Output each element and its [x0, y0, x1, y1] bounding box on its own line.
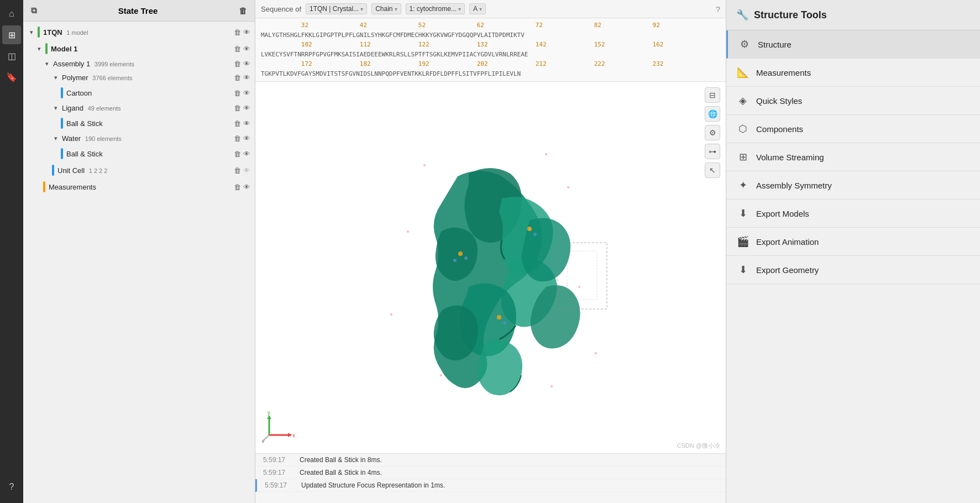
item-actions-1tqn: 🗑 👁 [234, 28, 250, 36]
chain-letter-dropdown[interactable]: A ▾ [469, 3, 486, 14]
help-circle-icon[interactable]: ? [2, 478, 21, 496]
menu-item-quick-styles[interactable]: ◈ Quick Styles [726, 87, 980, 115]
tree-item-model1[interactable]: ▾ Model 1 🗑 👁 [23, 40, 255, 57]
export-animation-icon: 🎬 [736, 235, 750, 248]
tree-item-polymer[interactable]: ▾ Polymer 3766 elements 🗑 👁 [23, 71, 255, 85]
delete-bs-water[interactable]: 🗑 [234, 150, 241, 158]
menu-item-components[interactable]: ⬡ Components [726, 115, 980, 143]
copy-icon[interactable]: ⧉ [31, 6, 37, 15]
delete-cartoon[interactable]: 🗑 [234, 89, 241, 97]
menu-item-structure[interactable]: ⚙ Structure [726, 30, 980, 59]
cursor-view-icon[interactable]: ↖ [705, 163, 720, 178]
right-panel-header: 🔧 Structure Tools [726, 0, 980, 30]
sequence-text-area: 32 42 52 62 72 82 92 MALYGTHSHGLFKKLGIPG… [255, 18, 726, 82]
collapse-water[interactable]: ▾ [52, 135, 60, 143]
sequence-help-icon[interactable]: ? [716, 4, 720, 14]
visibility-water[interactable]: 👁 [243, 134, 250, 143]
stack-layers-icon[interactable]: ⊟ [705, 87, 720, 103]
structure-label: Structure [758, 40, 792, 49]
menu-item-measurements[interactable]: 📐 Measurements [726, 59, 980, 87]
svg-point-13 [453, 259, 457, 262]
menu-item-volume-streaming[interactable]: ⊞ Volume Streaming [726, 143, 980, 171]
delete-polymer[interactable]: 🗑 [234, 74, 241, 82]
visibility-unitcell[interactable]: 👁 [243, 166, 250, 175]
sequence-of-label: Sequence of [261, 5, 301, 13]
pdb-dropdown[interactable]: 1TQN | Crystal... ▾ [306, 3, 367, 14]
visibility-polymer[interactable]: 👁 [243, 74, 250, 82]
visibility-assembly1[interactable]: 👁 [243, 60, 250, 68]
sequence-bar: Sequence of 1TQN | Crystal... ▾ Chain ▾ … [255, 0, 726, 18]
visibility-model1[interactable]: 👁 [243, 45, 250, 53]
delete-assembly1[interactable]: 🗑 [234, 60, 241, 68]
log-time-3: 5:59:17 [265, 481, 292, 489]
tree-item-cartoon[interactable]: Cartoon 🗑 👁 [23, 85, 255, 101]
svg-point-14 [527, 227, 532, 231]
svg-point-11 [458, 252, 463, 256]
state-tree-panel: ⧉ State Tree 🗑 ▾ 1TQN 1 model 🗑 👁 ▾ Mode… [23, 0, 255, 503]
menu-item-assembly-symmetry[interactable]: ✦ Assembly Symmetry [726, 171, 980, 200]
tree-item-unitcell[interactable]: Unit Cell 1 2 2 2 🗑 👁 [23, 162, 255, 179]
svg-point-0 [423, 164, 426, 166]
collapse-polymer[interactable]: ▾ [52, 74, 60, 82]
chain-letter-arrow: ▾ [479, 6, 482, 12]
svg-point-15 [533, 233, 537, 236]
menu-item-export-geometry[interactable]: ⬇ Export Geometry [726, 256, 980, 284]
chain-label-dropdown[interactable]: Chain ▾ [371, 3, 401, 14]
tree-item-measurements[interactable]: Measurements 🗑 👁 [23, 179, 255, 195]
state-tree-title: State Tree [118, 6, 158, 15]
collapse-assembly1[interactable]: ▾ [43, 60, 51, 68]
collapse-ligand[interactable]: ▾ [52, 104, 60, 112]
delete-all-icon[interactable]: 🗑 [239, 6, 247, 15]
home-icon[interactable]: ⌂ [2, 4, 21, 23]
visibility-cartoon[interactable]: 👁 [243, 89, 250, 97]
visibility-measurements[interactable]: 👁 [243, 183, 250, 191]
tree-item-ligand[interactable]: ▾ Ligand 49 elements 🗑 👁 [23, 101, 255, 115]
tree-item-ballstick-ligand[interactable]: Ball & Stick 🗑 👁 [23, 115, 255, 132]
quick-styles-label: Quick Styles [756, 96, 802, 106]
export-animation-label: Export Animation [756, 237, 819, 247]
sliders-view-icon[interactable]: ⊶ [705, 144, 720, 159]
menu-item-export-models[interactable]: ⬇ Export Models [726, 200, 980, 228]
collapse-model1[interactable]: ▾ [35, 45, 43, 53]
delete-measurements[interactable]: 🗑 [234, 183, 241, 191]
left-icon-bar: ⌂ ⊞ ◫ 🔖 ? [0, 0, 23, 503]
collapse-1tqn[interactable]: ▾ [28, 28, 35, 36]
components-icon: ⬡ [736, 123, 750, 135]
visibility-ligand[interactable]: 👁 [243, 104, 250, 112]
header-right-icons: 🗑 [239, 6, 247, 15]
delete-1tqn[interactable]: 🗑 [234, 28, 241, 36]
structure-gear-icon: ⚙ [738, 38, 751, 50]
tree-item-ballstick-water[interactable]: Ball & Stick 🗑 👁 [23, 145, 255, 162]
visibility-1tqn[interactable]: 👁 [243, 28, 250, 36]
header-left-icons: ⧉ [31, 6, 37, 15]
bookmark-icon[interactable]: 🔖 [2, 67, 21, 86]
delete-water[interactable]: 🗑 [234, 134, 241, 143]
menu-item-export-animation[interactable]: 🎬 Export Animation [726, 228, 980, 256]
tree-item-assembly1[interactable]: ▾ Assembly 1 3999 elements 🗑 👁 [23, 57, 255, 71]
grid-icon[interactable]: ⊞ [2, 25, 21, 44]
log-msg-1: Created Ball & Stick in 8ms. [300, 456, 382, 464]
layers-icon[interactable]: ◫ [2, 46, 21, 65]
visibility-bs-water[interactable]: 👁 [243, 150, 250, 158]
tree-item-water[interactable]: ▾ Water 190 elements 🗑 👁 [23, 132, 255, 145]
log-msg-3: Updated Structure Focus Representation i… [301, 481, 445, 489]
chain-value-dropdown[interactable]: 1: cytochrome... ▾ [406, 3, 465, 14]
delete-ligand[interactable]: 🗑 [234, 104, 241, 112]
delete-bs-ligand[interactable]: 🗑 [234, 119, 241, 128]
log-entry-3: 5:59:17 Updated Structure Focus Represen… [255, 479, 726, 492]
svg-text:y: y [268, 410, 270, 416]
delete-model1[interactable]: 🗑 [234, 45, 241, 53]
tree-item-1tqn[interactable]: ▾ 1TQN 1 model 🗑 👁 [23, 24, 255, 40]
visibility-bs-ligand[interactable]: 👁 [243, 119, 250, 128]
svg-point-1 [545, 153, 547, 155]
globe-view-icon[interactable]: 🌐 [705, 106, 720, 122]
svg-text:x: x [292, 432, 295, 438]
svg-point-7 [551, 385, 553, 387]
chain-label-value: Chain [375, 5, 392, 13]
export-models-icon: ⬇ [736, 207, 750, 219]
viewport-area[interactable]: ⊟ 🌐 ⚙ ⊶ ↖ x y CSDN @微小冷 [255, 82, 726, 453]
main-viewport: Sequence of 1TQN | Crystal... ▾ Chain ▾ … [255, 0, 726, 503]
right-panel-title: Structure Tools [754, 9, 827, 21]
settings-view-icon[interactable]: ⚙ [705, 125, 720, 140]
delete-unitcell[interactable]: 🗑 [234, 166, 241, 175]
